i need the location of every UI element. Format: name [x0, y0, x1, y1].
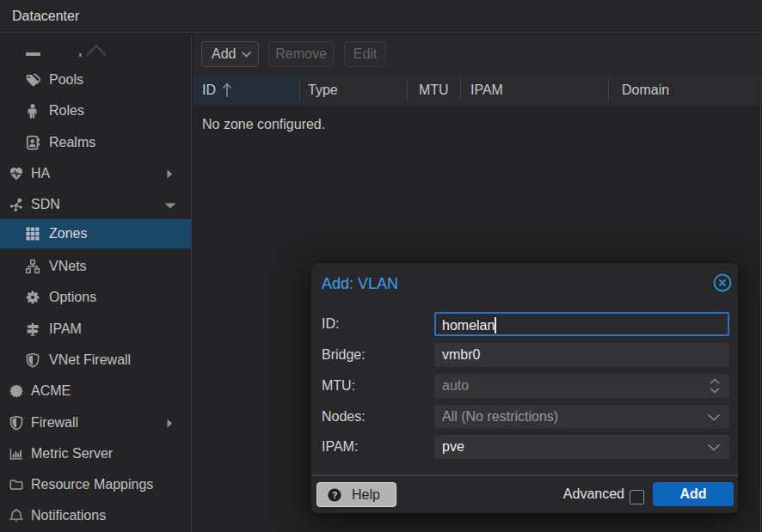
svg-text:?: ? — [332, 490, 338, 500]
